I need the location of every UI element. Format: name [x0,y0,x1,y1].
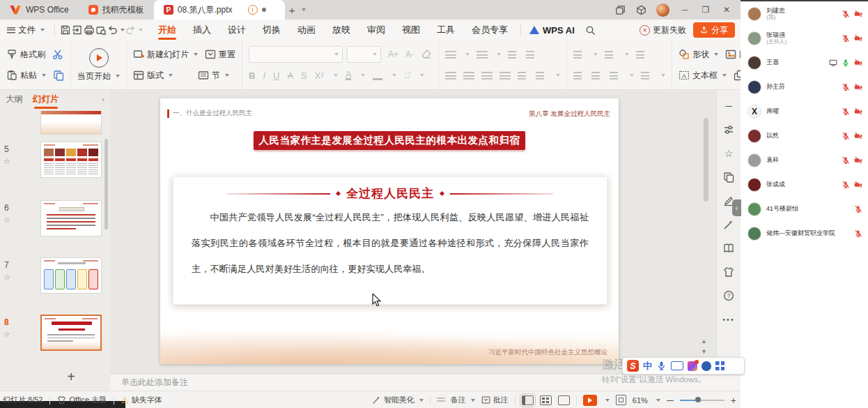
cut-icon[interactable] [52,49,63,60]
print-preview-icon[interactable] [95,24,107,36]
window-stack-icon[interactable] [614,4,626,15]
restore-button[interactable]: ❐ [700,4,711,15]
char-spacing-icon[interactable] [605,50,616,59]
ime-mode-chinese[interactable]: 中 [643,360,652,372]
zoom-out-button[interactable]: ─ [667,395,674,406]
collapse-ribbon-icon[interactable]: ─ [723,100,735,112]
play-from-current-button[interactable] [89,48,109,68]
save-icon[interactable] [59,24,71,36]
slide-footer-text[interactable]: 习近平新时代中国特色社会主义思想概论 [488,348,607,357]
update-failed-status[interactable]: ✕ 更新失败 [640,24,686,36]
beautify-wand-icon[interactable] [723,218,735,230]
menu-transition[interactable]: 切换 [254,20,289,40]
tab-docer-template[interactable]: 找稻壳模板 [79,0,154,20]
help-icon[interactable] [723,289,735,301]
underline-button[interactable]: U [273,70,279,81]
menu-review[interactable]: 审阅 [359,20,394,40]
vertical-align-icon[interactable] [610,71,621,80]
participant-row[interactable]: 张成成 [741,172,868,197]
align-left-icon[interactable] [445,71,456,80]
numbered-list-icon[interactable] [476,50,488,59]
participant-row[interactable]: 孙主芬 [741,75,868,99]
font-size-select[interactable] [347,46,381,63]
convert-smartart-icon[interactable] [636,50,647,59]
align-right-icon[interactable] [481,71,493,80]
slide-5-star-icon[interactable]: ☆ [3,157,10,166]
decrease-indent-icon[interactable] [508,50,519,59]
menu-animation[interactable]: 动画 [289,20,324,40]
missing-font-warning[interactable]: ⚠ 缺失字体 [121,395,162,405]
participant-row[interactable]: 王喜 [741,50,868,75]
play-from-current-label[interactable]: 当页开始 [77,70,120,82]
increase-indent-icon[interactable] [526,50,537,59]
account-avatar[interactable] [656,3,669,17]
menu-insert[interactable]: 插入 [185,20,219,40]
sogou-logo-icon[interactable]: S [627,360,639,372]
tab-list-chevron-icon[interactable] [302,8,306,11]
participant-row[interactable]: 袁科 [741,148,868,172]
zoom-in-button[interactable]: + [731,395,736,406]
prev-slide-arrow-icon[interactable]: ▲ [701,338,707,345]
slide-8-thumbnail[interactable] [40,315,102,351]
print-icon[interactable] [83,24,95,36]
sidebar-scrollbar[interactable] [104,139,108,229]
tab-document[interactable]: P 08.第八章.pptx ! [154,0,285,20]
layout-button[interactable]: 版式 [133,70,173,82]
redo-icon[interactable] [125,24,137,36]
phonetic-guide-button[interactable]: 文̄ [404,71,410,80]
reset-button[interactable]: 重置 [205,49,235,61]
ime-penguin-icon[interactable] [702,361,711,371]
favorites-star-icon[interactable]: ☆ [723,147,735,159]
shapes-button[interactable]: 形状 [679,49,718,61]
ime-skin-icon[interactable] [688,361,697,371]
menu-view[interactable]: 视图 [394,20,428,40]
participant-row[interactable]: 储炜—安徽财贸职业学院 [741,221,868,245]
ime-toolbox-icon[interactable] [715,361,724,370]
slide-6-thumbnail[interactable] [40,200,102,236]
slide-7-star-icon[interactable]: ☆ [3,273,10,282]
close-button[interactable]: ✕ [721,4,732,15]
doc-info-icon[interactable]: ! [248,5,258,15]
canvas-scrollbar[interactable] [704,97,708,334]
menu-design[interactable]: 设计 [219,20,254,40]
add-slide-button[interactable]: + [40,369,102,385]
slide-canvas[interactable]: 一、什么是全过程人民民主 第八章 发展全过程人民民主 人民当家作主是发展全过程人… [160,98,619,364]
para-spacing-icon[interactable] [591,71,603,80]
zoom-slider-handle[interactable] [695,397,701,402]
decrease-font-button[interactable]: A- [405,50,414,59]
slide-sorter-view-button[interactable] [540,395,552,405]
justify-icon[interactable] [499,71,511,80]
notes-button[interactable]: 备注 [437,395,475,405]
integration-cube-icon[interactable] [635,4,646,15]
row-spacing-icon[interactable] [573,71,584,80]
shadow-button[interactable]: S [301,70,307,81]
panel-collapse-icon[interactable]: ‹ [102,95,104,103]
new-tab-button[interactable]: + [285,4,300,16]
content-card[interactable]: 全过程人民民主 中国共产党领导人民发展“全过程人民民主”，把体现人民利益、反映人… [173,176,607,305]
format-painter-button[interactable]: 格式刷 [6,49,45,61]
zoom-level[interactable]: 61% [633,396,648,405]
participant-row[interactable]: 41号楼新怡 [741,197,868,221]
wps-ai-button[interactable]: WPS AI [525,25,579,36]
slide-8-star-icon[interactable]: ☆ [3,330,10,339]
tab-wps-office[interactable]: WPS Office [0,0,79,20]
distribute-icon[interactable] [518,71,529,80]
slide-7-thumbnail[interactable] [40,257,102,294]
menu-tools[interactable]: 工具 [428,20,463,40]
comments-button[interactable]: 批注 [481,395,509,405]
bullet-list-icon[interactable] [445,50,456,59]
participant-row[interactable]: 以然 [741,123,868,148]
more-options-icon[interactable]: ••• [723,313,735,325]
slide-6-star-icon[interactable]: ☆ [3,216,10,225]
superscript-button[interactable]: X² [315,70,324,81]
zoom-chevron-icon[interactable] [656,399,660,402]
participant-row[interactable]: 张瑞强(主持人) [741,26,868,50]
paste-button[interactable]: 粘贴 [6,70,46,82]
slide-header-right[interactable]: 第八章 发展全过程人民民主 [529,109,610,119]
play-options-chevron-icon[interactable] [605,399,610,402]
line-spacing-icon[interactable] [536,71,547,80]
font-family-select[interactable] [249,46,343,63]
slide-header-left[interactable]: 一、什么是全过程人民民主 [167,109,252,118]
italic-button[interactable]: I [263,70,265,81]
menu-home[interactable]: 开始 [150,20,185,40]
